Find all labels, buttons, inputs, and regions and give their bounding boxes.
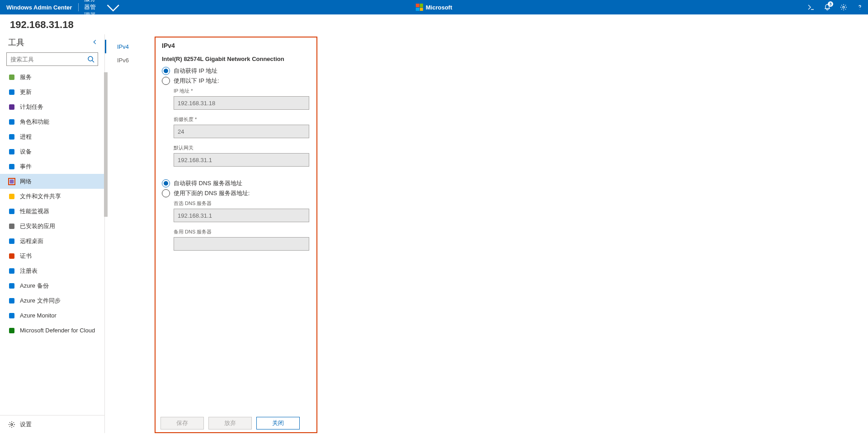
- nic-name: Intel(R) 82574L Gigabit Network Connecti…: [162, 56, 310, 62]
- discard-button[interactable]: 放弃: [208, 417, 252, 429]
- svg-rect-5: [9, 119, 14, 125]
- sidebar-item-installed-apps[interactable]: 已安装的应用: [0, 219, 104, 233]
- ip-label: IP 地址 *: [174, 88, 310, 94]
- svg-rect-13: [9, 238, 14, 244]
- search-input[interactable]: [6, 52, 98, 66]
- sidebar-item-label: 服务: [20, 73, 32, 81]
- svg-rect-11: [9, 209, 14, 214]
- azure-file-sync-icon: [8, 297, 15, 304]
- sidebar-item-services[interactable]: 服务: [0, 70, 104, 84]
- svg-point-0: [843, 6, 844, 8]
- tools-header: 工具: [8, 37, 24, 48]
- tab-ipv6[interactable]: IPv6: [105, 53, 155, 67]
- sidebar-item-remote-desktop[interactable]: 远程桌面: [0, 233, 104, 248]
- registry-icon: [8, 267, 15, 275]
- sidebar-item-scheduled-tasks[interactable]: 计划任务: [0, 99, 104, 114]
- radio-dns-auto[interactable]: 自动获得 DNS 服务器地址: [162, 179, 310, 187]
- ms-text: Microsoft: [426, 4, 453, 11]
- sidebar-item-label: 注册表: [20, 267, 38, 275]
- search-icon: [87, 56, 94, 63]
- gateway-label: 默认网关: [174, 145, 310, 151]
- close-button[interactable]: 关闭: [256, 417, 300, 429]
- sidebar-item-azure-file-sync[interactable]: Azure 文件同步: [0, 293, 104, 308]
- svg-rect-18: [9, 313, 14, 318]
- radio-ip-manual[interactable]: 使用以下 IP 地址:: [162, 77, 310, 85]
- svg-rect-9: [10, 179, 14, 183]
- dns1-label: 首选 DNS 服务器: [174, 200, 310, 207]
- sidebar-item-perfmon[interactable]: 性能监视器: [0, 204, 104, 219]
- sidebar-item-updates[interactable]: 更新: [0, 84, 104, 99]
- collapse-sidebar-button[interactable]: [92, 38, 98, 47]
- context-dropdown[interactable]: 服务器管理器: [79, 0, 127, 19]
- scheduled-tasks-icon: [8, 103, 15, 111]
- tool-search[interactable]: [6, 52, 98, 66]
- sidebar-settings[interactable]: 设置: [0, 415, 104, 433]
- sidebar-item-label: 已安装的应用: [20, 222, 55, 230]
- ipv4-settings-panel: IPv4 Intel(R) 82574L Gigabit Network Con…: [155, 37, 317, 433]
- ms-brand: Microsoft: [416, 4, 453, 11]
- sidebar-item-azure-backup[interactable]: Azure 备份: [0, 278, 104, 293]
- settings-label: 设置: [20, 420, 32, 429]
- tool-list[interactable]: 服务更新计划任务角色和功能进程设备事件网络文件和文件共享性能监视器已安装的应用远…: [0, 70, 104, 415]
- gateway-input: [174, 153, 309, 167]
- sidebar-item-label: 更新: [20, 88, 32, 96]
- panel-title: IPv4: [162, 42, 310, 49]
- certificates-icon: [8, 252, 15, 260]
- ip-version-nav: IPv4 IPv6: [105, 34, 155, 433]
- sidebar-item-label: 网络: [20, 177, 32, 186]
- svg-rect-17: [9, 298, 14, 303]
- dns2-label: 备用 DNS 服务器: [174, 229, 310, 235]
- files-icon: [8, 193, 15, 200]
- remote-desktop-icon: [8, 238, 15, 245]
- roles-features-icon: [8, 118, 15, 126]
- gear-icon: [8, 421, 15, 428]
- notifications-icon[interactable]: 3: [819, 0, 835, 14]
- brand[interactable]: Windows Admin Center: [0, 4, 78, 11]
- sidebar-item-label: Microsoft Defender for Cloud: [20, 327, 95, 334]
- svg-rect-15: [9, 268, 14, 274]
- svg-rect-10: [9, 194, 14, 199]
- panel-footer: 保存 放弃 关闭: [160, 417, 300, 429]
- svg-rect-3: [9, 89, 14, 95]
- sidebar-item-network[interactable]: 网络: [0, 174, 104, 189]
- sidebar-item-azure-monitor[interactable]: Azure Monitor: [0, 308, 104, 323]
- tab-ipv4[interactable]: IPv4: [105, 40, 155, 53]
- network-icon: [8, 178, 15, 185]
- radio-dns-manual[interactable]: 使用下面的 DNS 服务器地址:: [162, 189, 310, 197]
- notification-badge: 3: [828, 1, 833, 7]
- sidebar-item-label: Azure 备份: [20, 282, 49, 290]
- sidebar-item-events[interactable]: 事件: [0, 159, 104, 174]
- installed-apps-icon: [8, 223, 15, 230]
- svg-rect-19: [9, 328, 14, 333]
- svg-point-1: [88, 56, 93, 61]
- powershell-icon[interactable]: [803, 0, 819, 14]
- sidebar: 工具 服务更新计划任务角色和功能进程设备事件网络文件和文件共享性能监视器已安装的…: [0, 34, 105, 433]
- sidebar-item-label: Azure Monitor: [20, 312, 57, 319]
- sidebar-item-label: 事件: [20, 163, 32, 171]
- ip-input: [174, 96, 309, 110]
- sidebar-item-label: 计划任务: [20, 103, 43, 111]
- settings-icon[interactable]: [835, 0, 852, 14]
- sidebar-item-certificates[interactable]: 证书: [0, 248, 104, 263]
- sidebar-item-defender[interactable]: Microsoft Defender for Cloud: [0, 323, 104, 338]
- sidebar-item-label: 进程: [20, 133, 32, 141]
- sidebar-item-roles-features[interactable]: 角色和功能: [0, 114, 104, 129]
- sidebar-item-label: Azure 文件同步: [20, 297, 61, 305]
- topbar: Windows Admin Center 服务器管理器 Microsoft 3: [0, 0, 868, 14]
- sidebar-item-processes[interactable]: 进程: [0, 129, 104, 144]
- save-button[interactable]: 保存: [160, 417, 204, 429]
- scrollbar[interactable]: [104, 72, 108, 217]
- sidebar-item-label: 证书: [20, 252, 32, 260]
- sidebar-item-files[interactable]: 文件和文件共享: [0, 189, 104, 204]
- azure-monitor-icon: [8, 312, 15, 319]
- sidebar-item-registry[interactable]: 注册表: [0, 263, 104, 278]
- radio-ip-auto[interactable]: 自动获得 IP 地址: [162, 67, 310, 75]
- chevron-down-icon: [104, 0, 122, 16]
- perfmon-icon: [8, 208, 15, 215]
- help-icon[interactable]: [852, 0, 868, 14]
- updates-icon: [8, 89, 15, 96]
- sidebar-item-devices[interactable]: 设备: [0, 144, 104, 159]
- sidebar-item-label: 设备: [20, 148, 32, 156]
- host-title: 192.168.31.18: [0, 14, 868, 34]
- sidebar-item-label: 性能监视器: [20, 207, 49, 215]
